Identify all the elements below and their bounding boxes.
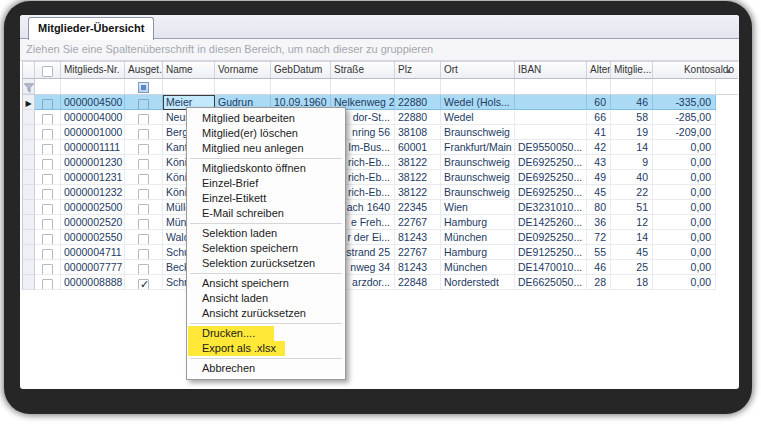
cell-kontosaldo[interactable]: 0,00 bbox=[653, 185, 716, 200]
cell-alter[interactable]: 66 bbox=[587, 110, 611, 125]
cell-alter[interactable]: 43 bbox=[587, 155, 611, 170]
cell-ausgetreten[interactable] bbox=[125, 125, 163, 140]
row-select-checkbox[interactable] bbox=[42, 279, 53, 290]
cell-ort[interactable]: München bbox=[441, 260, 515, 275]
cell-sel[interactable] bbox=[35, 170, 61, 185]
cell-plz[interactable]: 38122 bbox=[395, 155, 441, 170]
ausgetreten-checkbox[interactable] bbox=[138, 204, 149, 215]
menu-item-e-mail-schreiben[interactable]: E-Mail schreiben bbox=[188, 206, 344, 221]
cell-ausgetreten[interactable] bbox=[125, 260, 163, 275]
cell-iban[interactable]: DE0925250... bbox=[515, 230, 587, 245]
cell-iban[interactable]: DE1470010... bbox=[515, 260, 587, 275]
table-row[interactable]: 0000007777Becknweg 3481243MünchenDE14700… bbox=[22, 260, 716, 275]
cell-sel[interactable] bbox=[35, 125, 61, 140]
cell-alter[interactable]: 42 bbox=[587, 140, 611, 155]
cell-ausgetreten[interactable] bbox=[125, 275, 163, 290]
column-header-nr[interactable]: Mitglieds-Nr. bbox=[61, 62, 125, 78]
cell-nr[interactable]: 0000004000 bbox=[61, 110, 125, 125]
cell-ausgetreten[interactable] bbox=[125, 215, 163, 230]
cell-nr[interactable]: 0000004711 bbox=[61, 245, 125, 260]
cell-ort[interactable]: Wien bbox=[441, 200, 515, 215]
cell-plz[interactable]: 38122 bbox=[395, 185, 441, 200]
cell-nr[interactable]: 0000001232 bbox=[61, 185, 125, 200]
cell-kontosaldo[interactable]: 0,00 bbox=[653, 155, 716, 170]
cell-ort[interactable]: Norderstedt bbox=[441, 275, 515, 290]
column-header-mitglie[interactable]: Mitglie... bbox=[611, 62, 653, 78]
row-select-checkbox[interactable] bbox=[42, 159, 53, 170]
cell-mitglie[interactable]: 14 bbox=[611, 230, 653, 245]
cell-mitglie[interactable]: 12 bbox=[611, 215, 653, 230]
cell-alter[interactable]: 41 bbox=[587, 125, 611, 140]
table-row[interactable]: 0000001230Könirich-Eb...38122Braunschwei… bbox=[22, 155, 716, 170]
menu-item-mitgliedskonto-öffnen[interactable]: Mitgliedskonto öffnen bbox=[188, 161, 344, 176]
filter-cell-ausgetreten[interactable] bbox=[125, 79, 163, 94]
filter-cell-iban[interactable] bbox=[515, 79, 587, 94]
filter-cell-name[interactable] bbox=[163, 79, 215, 94]
ausgetreten-checkbox[interactable] bbox=[138, 249, 149, 260]
cell-ort[interactable]: Hamburg bbox=[441, 245, 515, 260]
ausgetreten-checkbox[interactable] bbox=[138, 129, 149, 140]
cell-kontosaldo[interactable]: 0,00 bbox=[653, 140, 716, 155]
cell-mitglie[interactable]: 46 bbox=[611, 95, 653, 110]
cell-ausgetreten[interactable] bbox=[125, 95, 163, 110]
cell-ausgetreten[interactable] bbox=[125, 110, 163, 125]
menu-item-abbrechen[interactable]: Abbrechen bbox=[188, 361, 344, 376]
tab-mitglieder-uebersicht[interactable]: Mitglieder-Übersicht bbox=[28, 17, 154, 40]
filter-cell-strasse[interactable] bbox=[331, 79, 395, 94]
column-header-strasse[interactable]: Straße bbox=[331, 62, 395, 78]
cell-sel[interactable] bbox=[35, 230, 61, 245]
row-select-checkbox[interactable] bbox=[42, 234, 53, 245]
menu-item-ansicht-laden[interactable]: Ansicht laden bbox=[188, 291, 344, 306]
menu-item-einzel-brief[interactable]: Einzel-Brief bbox=[188, 176, 344, 191]
cell-alter[interactable]: 55 bbox=[587, 245, 611, 260]
row-select-checkbox[interactable] bbox=[42, 189, 53, 200]
filter-cell-kontosaldo[interactable] bbox=[653, 79, 716, 94]
cell-plz[interactable]: 38108 bbox=[395, 125, 441, 140]
cell-ort[interactable]: Frankfurt/Main bbox=[441, 140, 515, 155]
cell-mitglie[interactable]: 51 bbox=[611, 200, 653, 215]
cell-kontosaldo[interactable]: -285,00 bbox=[653, 110, 716, 125]
cell-plz[interactable]: 22880 bbox=[395, 110, 441, 125]
table-row[interactable]: 0000002520Münce Freh...22767HamburgDE142… bbox=[22, 215, 716, 230]
cell-nr[interactable]: 0000002550 bbox=[61, 230, 125, 245]
cell-kontosaldo[interactable]: 0,00 bbox=[653, 215, 716, 230]
table-row[interactable]: 0000004711Schustrand 2522767HamburgDE912… bbox=[22, 245, 716, 260]
menu-item-einzel-etikett[interactable]: Einzel-Etikett bbox=[188, 191, 344, 206]
ausgetreten-checkbox[interactable] bbox=[138, 174, 149, 185]
cell-iban[interactable] bbox=[515, 95, 587, 110]
column-header-iban[interactable]: IBAN bbox=[515, 62, 587, 78]
cell-kontosaldo[interactable]: 0,00 bbox=[653, 170, 716, 185]
cell-sel[interactable] bbox=[35, 110, 61, 125]
cell-ausgetreten[interactable] bbox=[125, 140, 163, 155]
ausgetreten-checkbox[interactable] bbox=[138, 219, 149, 230]
cell-plz[interactable]: 81243 bbox=[395, 230, 441, 245]
ausgetreten-checkbox[interactable] bbox=[138, 189, 149, 200]
cell-mitglie[interactable]: 40 bbox=[611, 170, 653, 185]
select-all-checkbox[interactable] bbox=[42, 66, 53, 77]
menu-item-ansicht-zurücksetzen[interactable]: Ansicht zurücksetzen bbox=[188, 306, 344, 321]
cell-alter[interactable]: 46 bbox=[587, 260, 611, 275]
cell-nr[interactable]: 0000004500 bbox=[61, 95, 125, 110]
column-header-alter[interactable]: Alter bbox=[587, 62, 611, 78]
ausgetreten-checkbox[interactable] bbox=[138, 279, 149, 290]
cell-kontosaldo[interactable]: 0,00 bbox=[653, 260, 716, 275]
menu-item-selektion-speichern[interactable]: Selektion speichern bbox=[188, 241, 344, 256]
cell-sel[interactable] bbox=[35, 185, 61, 200]
menu-item-mitglied-er-löschen[interactable]: Mitglied(er) löschen bbox=[188, 126, 344, 141]
cell-alter[interactable]: 36 bbox=[587, 215, 611, 230]
cell-alter[interactable]: 60 bbox=[587, 95, 611, 110]
column-header-ausgetreten[interactable]: Ausget... bbox=[125, 62, 163, 78]
cell-iban[interactable]: DE9550050... bbox=[515, 140, 587, 155]
cell-plz[interactable]: 60001 bbox=[395, 140, 441, 155]
cell-sel[interactable] bbox=[35, 260, 61, 275]
cell-mitglie[interactable]: 18 bbox=[611, 275, 653, 290]
menu-item-ansicht-speichern[interactable]: Ansicht speichern bbox=[188, 276, 344, 291]
table-row[interactable]: ▶0000004500MeierGudrun10.09.1960Nelkenwe… bbox=[22, 95, 716, 110]
table-row[interactable]: 0000001111Kantlm-Bus...60001Frankfurt/Ma… bbox=[22, 140, 716, 155]
table-row[interactable]: 0000001000Bergnring 5638108Braunschweig4… bbox=[22, 125, 716, 140]
filter-cell-plz[interactable] bbox=[395, 79, 441, 94]
cell-nr[interactable]: 0000008888 bbox=[61, 275, 125, 290]
cell-sel[interactable] bbox=[35, 200, 61, 215]
row-select-checkbox[interactable] bbox=[42, 219, 53, 230]
filter-cell-mitglie[interactable] bbox=[611, 79, 653, 94]
